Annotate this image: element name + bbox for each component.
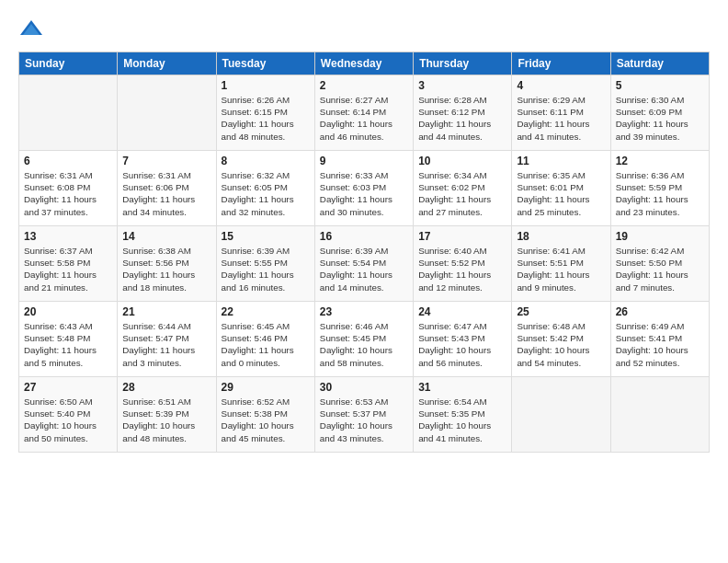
calendar-cell xyxy=(512,377,610,453)
calendar-header-row: SundayMondayTuesdayWednesdayThursdayFrid… xyxy=(19,52,710,75)
calendar-day-header: Thursday xyxy=(414,52,512,75)
day-number: 3 xyxy=(418,79,506,92)
calendar-cell: 25Sunrise: 6:48 AM Sunset: 5:42 PM Dayli… xyxy=(512,302,610,377)
day-info: Sunrise: 6:53 AM Sunset: 5:37 PM Dayligh… xyxy=(320,396,408,444)
day-number: 15 xyxy=(222,230,310,243)
calendar-day-header: Saturday xyxy=(610,52,709,75)
calendar-cell: 30Sunrise: 6:53 AM Sunset: 5:37 PM Dayli… xyxy=(314,377,413,453)
day-number: 20 xyxy=(24,305,112,318)
day-number: 4 xyxy=(517,79,605,92)
calendar-week-row: 27Sunrise: 6:50 AM Sunset: 5:40 PM Dayli… xyxy=(19,377,710,453)
calendar-cell: 29Sunrise: 6:52 AM Sunset: 5:38 PM Dayli… xyxy=(216,377,314,453)
calendar-cell: 9Sunrise: 6:33 AM Sunset: 6:03 PM Daylig… xyxy=(314,151,413,226)
calendar-cell: 16Sunrise: 6:39 AM Sunset: 5:54 PM Dayli… xyxy=(314,226,413,302)
day-number: 9 xyxy=(320,155,408,167)
calendar-cell: 7Sunrise: 6:31 AM Sunset: 6:06 PM Daylig… xyxy=(118,151,216,226)
calendar-day-header: Monday xyxy=(118,52,216,75)
day-number: 14 xyxy=(122,230,210,243)
calendar-cell: 22Sunrise: 6:45 AM Sunset: 5:46 PM Dayli… xyxy=(216,302,314,377)
calendar-cell: 3Sunrise: 6:28 AM Sunset: 6:12 PM Daylig… xyxy=(414,75,512,151)
day-number: 23 xyxy=(320,305,408,318)
day-info: Sunrise: 6:34 AM Sunset: 6:02 PM Dayligh… xyxy=(418,169,506,218)
calendar-cell: 2Sunrise: 6:27 AM Sunset: 6:14 PM Daylig… xyxy=(314,75,413,151)
day-number: 16 xyxy=(320,230,408,243)
day-info: Sunrise: 6:39 AM Sunset: 5:54 PM Dayligh… xyxy=(320,245,408,293)
day-info: Sunrise: 6:43 AM Sunset: 5:48 PM Dayligh… xyxy=(24,320,112,369)
calendar-cell: 19Sunrise: 6:42 AM Sunset: 5:50 PM Dayli… xyxy=(610,226,709,302)
day-number: 6 xyxy=(24,155,112,167)
day-number: 12 xyxy=(616,155,704,167)
day-info: Sunrise: 6:29 AM Sunset: 6:11 PM Dayligh… xyxy=(517,94,605,143)
calendar-week-row: 1Sunrise: 6:26 AM Sunset: 6:15 PM Daylig… xyxy=(19,75,710,151)
calendar-cell: 13Sunrise: 6:37 AM Sunset: 5:58 PM Dayli… xyxy=(19,226,118,302)
calendar-cell: 23Sunrise: 6:46 AM Sunset: 5:45 PM Dayli… xyxy=(314,302,413,377)
logo xyxy=(18,17,48,42)
day-info: Sunrise: 6:52 AM Sunset: 5:38 PM Dayligh… xyxy=(222,396,310,444)
day-info: Sunrise: 6:41 AM Sunset: 5:51 PM Dayligh… xyxy=(517,245,605,293)
day-number: 25 xyxy=(517,305,605,318)
day-info: Sunrise: 6:31 AM Sunset: 6:06 PM Dayligh… xyxy=(122,169,210,218)
day-number: 24 xyxy=(418,305,506,318)
day-number: 17 xyxy=(418,230,506,243)
day-info: Sunrise: 6:48 AM Sunset: 5:42 PM Dayligh… xyxy=(517,320,605,369)
day-number: 31 xyxy=(418,381,506,394)
day-number: 11 xyxy=(517,155,605,167)
calendar-cell: 26Sunrise: 6:49 AM Sunset: 5:41 PM Dayli… xyxy=(610,302,709,377)
day-number: 28 xyxy=(122,381,210,394)
calendar-cell: 18Sunrise: 6:41 AM Sunset: 5:51 PM Dayli… xyxy=(512,226,610,302)
day-info: Sunrise: 6:45 AM Sunset: 5:46 PM Dayligh… xyxy=(222,320,310,369)
day-info: Sunrise: 6:33 AM Sunset: 6:03 PM Dayligh… xyxy=(320,169,408,218)
calendar-cell: 1Sunrise: 6:26 AM Sunset: 6:15 PM Daylig… xyxy=(216,75,314,151)
day-info: Sunrise: 6:40 AM Sunset: 5:52 PM Dayligh… xyxy=(418,245,506,293)
calendar-cell: 28Sunrise: 6:51 AM Sunset: 5:39 PM Dayli… xyxy=(118,377,216,453)
day-number: 1 xyxy=(222,79,310,92)
day-number: 5 xyxy=(616,79,704,92)
calendar-day-header: Tuesday xyxy=(216,52,314,75)
day-info: Sunrise: 6:28 AM Sunset: 6:12 PM Dayligh… xyxy=(418,94,506,143)
calendar-cell: 4Sunrise: 6:29 AM Sunset: 6:11 PM Daylig… xyxy=(512,75,610,151)
calendar-day-header: Sunday xyxy=(19,52,118,75)
page-header xyxy=(18,17,710,42)
calendar-cell: 20Sunrise: 6:43 AM Sunset: 5:48 PM Dayli… xyxy=(19,302,118,377)
day-number: 18 xyxy=(517,230,605,243)
day-number: 26 xyxy=(616,305,704,318)
day-number: 29 xyxy=(222,381,310,394)
calendar-week-row: 20Sunrise: 6:43 AM Sunset: 5:48 PM Dayli… xyxy=(19,302,710,377)
calendar-cell: 17Sunrise: 6:40 AM Sunset: 5:52 PM Dayli… xyxy=(414,226,512,302)
day-info: Sunrise: 6:54 AM Sunset: 5:35 PM Dayligh… xyxy=(418,396,506,444)
calendar-cell: 5Sunrise: 6:30 AM Sunset: 6:09 PM Daylig… xyxy=(610,75,709,151)
day-number: 27 xyxy=(24,381,112,394)
day-info: Sunrise: 6:50 AM Sunset: 5:40 PM Dayligh… xyxy=(24,396,112,444)
calendar-day-header: Friday xyxy=(512,52,610,75)
day-info: Sunrise: 6:30 AM Sunset: 6:09 PM Dayligh… xyxy=(616,94,704,143)
logo-icon xyxy=(18,17,44,42)
calendar-cell xyxy=(19,75,118,151)
day-number: 2 xyxy=(320,79,408,92)
calendar-table: SundayMondayTuesdayWednesdayThursdayFrid… xyxy=(18,52,710,453)
day-info: Sunrise: 6:26 AM Sunset: 6:15 PM Dayligh… xyxy=(222,94,310,143)
day-info: Sunrise: 6:51 AM Sunset: 5:39 PM Dayligh… xyxy=(122,396,210,444)
day-info: Sunrise: 6:46 AM Sunset: 5:45 PM Dayligh… xyxy=(320,320,408,369)
day-info: Sunrise: 6:35 AM Sunset: 6:01 PM Dayligh… xyxy=(517,169,605,218)
day-info: Sunrise: 6:32 AM Sunset: 6:05 PM Dayligh… xyxy=(222,169,310,218)
day-info: Sunrise: 6:27 AM Sunset: 6:14 PM Dayligh… xyxy=(320,94,408,143)
day-info: Sunrise: 6:31 AM Sunset: 6:08 PM Dayligh… xyxy=(24,169,112,218)
calendar-cell: 24Sunrise: 6:47 AM Sunset: 5:43 PM Dayli… xyxy=(414,302,512,377)
calendar-week-row: 6Sunrise: 6:31 AM Sunset: 6:08 PM Daylig… xyxy=(19,151,710,226)
day-info: Sunrise: 6:37 AM Sunset: 5:58 PM Dayligh… xyxy=(24,245,112,293)
calendar-cell xyxy=(610,377,709,453)
day-number: 19 xyxy=(616,230,704,243)
day-number: 13 xyxy=(24,230,112,243)
calendar-cell xyxy=(118,75,216,151)
calendar-cell: 15Sunrise: 6:39 AM Sunset: 5:55 PM Dayli… xyxy=(216,226,314,302)
day-number: 21 xyxy=(122,305,210,318)
calendar-week-row: 13Sunrise: 6:37 AM Sunset: 5:58 PM Dayli… xyxy=(19,226,710,302)
day-info: Sunrise: 6:38 AM Sunset: 5:56 PM Dayligh… xyxy=(122,245,210,293)
day-info: Sunrise: 6:42 AM Sunset: 5:50 PM Dayligh… xyxy=(616,245,704,293)
day-number: 22 xyxy=(222,305,310,318)
calendar-cell: 11Sunrise: 6:35 AM Sunset: 6:01 PM Dayli… xyxy=(512,151,610,226)
day-number: 7 xyxy=(122,155,210,167)
day-info: Sunrise: 6:39 AM Sunset: 5:55 PM Dayligh… xyxy=(222,245,310,293)
calendar-cell: 31Sunrise: 6:54 AM Sunset: 5:35 PM Dayli… xyxy=(414,377,512,453)
day-info: Sunrise: 6:49 AM Sunset: 5:41 PM Dayligh… xyxy=(616,320,704,369)
